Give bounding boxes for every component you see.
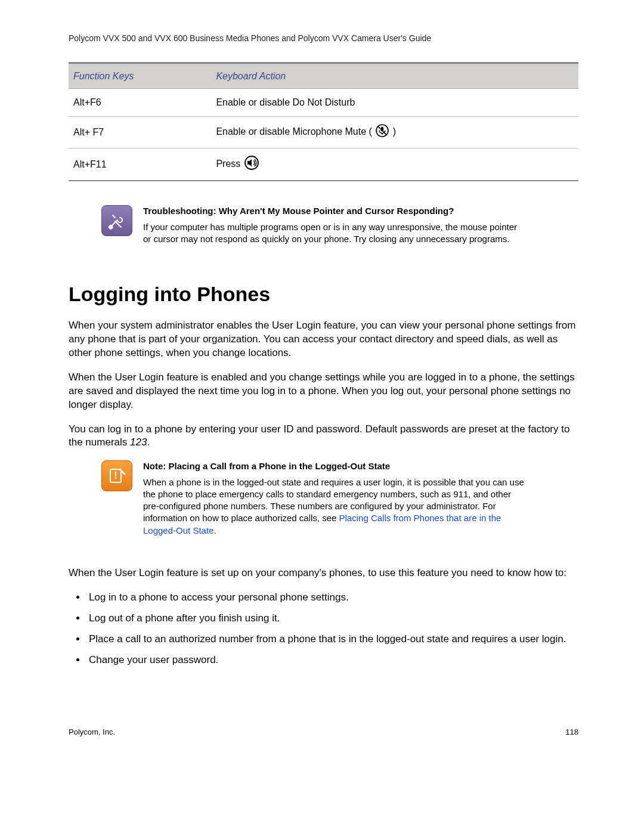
svg-text:!: !	[114, 470, 117, 481]
page-footer: Polycom, Inc. 118	[69, 727, 578, 738]
cell-action: Enable or disable Microphone Mute ( )	[211, 117, 578, 148]
table-row: Alt+ F7 Enable or disable Microphone Mut…	[69, 117, 578, 148]
cell-action-suffix: )	[393, 126, 396, 137]
body-paragraph: When your system administrator enables t…	[69, 319, 578, 360]
note-title: Note: Placing a Call from a Phone in the…	[143, 460, 525, 472]
th-function-keys: Function Keys	[69, 63, 211, 89]
speaker-icon	[244, 156, 259, 174]
cell-action-text: Press	[216, 159, 243, 169]
note-body-suffix: .	[213, 525, 216, 535]
cell-key: Alt+F11	[69, 148, 211, 181]
list-item: Place a call to an authorized number fro…	[86, 633, 578, 646]
microphone-mute-icon	[376, 124, 389, 141]
cell-action: Press	[211, 148, 578, 181]
note-icon: !	[101, 460, 132, 491]
footer-left: Polycom, Inc.	[69, 727, 115, 738]
note-callout: ! Note: Placing a Call from a Phone in t…	[101, 460, 578, 537]
cell-key: Alt+ F7	[69, 117, 211, 148]
list-item: Log in to a phone to access your persona…	[86, 591, 578, 605]
body-paragraph: When the User Login feature is set up on…	[69, 566, 578, 580]
section-heading: Logging into Phones	[69, 281, 578, 308]
cell-key: Alt+F6	[69, 89, 211, 117]
troubleshooting-callout: Troubleshooting: Why Aren't My Mouse Poi…	[101, 205, 578, 245]
body-text-italic: 123	[130, 436, 147, 448]
table-row: Alt+F6 Enable or disable Do Not Disturb	[69, 89, 578, 117]
troubleshoot-title: Troubleshooting: Why Aren't My Mouse Poi…	[143, 205, 525, 217]
cell-action: Enable or disable Do Not Disturb	[211, 89, 578, 117]
svg-rect-5	[109, 225, 113, 230]
doc-header: Polycom VVX 500 and VVX 600 Business Med…	[69, 33, 578, 44]
list-item: Change your user password.	[86, 654, 578, 667]
body-paragraph: You can log in to a phone by entering yo…	[69, 423, 578, 450]
th-keyboard-action: Keyboard Action	[211, 63, 578, 89]
list-item: Log out of a phone after you finish usin…	[86, 612, 578, 625]
body-paragraph: When the User Login feature is enabled a…	[69, 371, 578, 412]
footer-page-number: 118	[565, 727, 578, 738]
function-keys-table: Function Keys Keyboard Action Alt+F6 Ena…	[69, 62, 578, 181]
body-text: .	[147, 436, 150, 448]
tools-icon	[101, 205, 132, 236]
bullet-list: Log in to a phone to access your persona…	[86, 591, 578, 667]
table-row: Alt+F11 Press	[69, 148, 578, 181]
cell-action-text: Enable or disable Microphone Mute (	[216, 126, 371, 137]
troubleshoot-body: If your computer has multiple programs o…	[143, 222, 517, 244]
